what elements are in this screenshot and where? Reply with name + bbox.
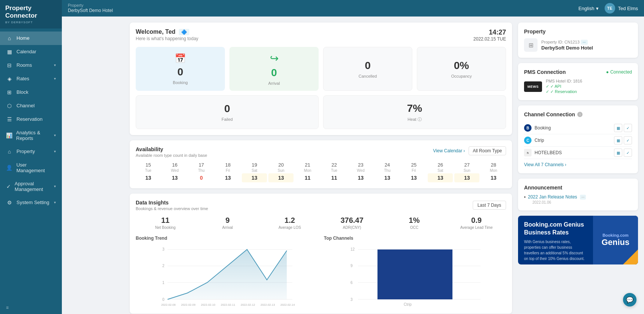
date-availability: 11 bbox=[322, 173, 347, 182]
metric-label: Net Booking bbox=[136, 225, 195, 230]
room-type-filter[interactable]: All Room Type bbox=[469, 146, 506, 155]
date-availability: 13 bbox=[454, 173, 479, 182]
property-panel-title: Property bbox=[524, 29, 632, 35]
date-column: 24Thu13 bbox=[375, 162, 400, 182]
date-column: 28Mon13 bbox=[481, 162, 506, 182]
sidebar-item-analytics[interactable]: 📊 Analytics & Reports ▾ bbox=[0, 126, 62, 145]
metric-value: 9 bbox=[198, 216, 257, 225]
svg-text:3: 3 bbox=[162, 247, 165, 251]
availability-subtitle: Available room type count in daily base bbox=[136, 153, 207, 158]
user-name: Ted Elms bbox=[618, 6, 638, 11]
sidebar-item-approval[interactable]: ✓ Approval Management ▾ bbox=[0, 177, 62, 196]
breadcrumb: Property DerbySoft Demo Hotel bbox=[68, 3, 113, 14]
insights-subtitle: Bookings & revenue overview over time bbox=[136, 206, 208, 211]
stats-row2: 0 Failed 7% Heat ⓘ bbox=[136, 95, 506, 129]
date-column: 22Tue11 bbox=[322, 162, 347, 182]
chat-button[interactable]: 💬 bbox=[623, 293, 637, 306]
calendar-icon: ▦ bbox=[6, 49, 13, 55]
sidebar-item-home[interactable]: ⌂ Home bbox=[0, 32, 62, 45]
property-icon: ⊞ bbox=[524, 38, 538, 52]
view-all-channels-link[interactable]: View All 7 Channels › bbox=[524, 162, 632, 167]
sidebar-item-rates[interactable]: ◈ Rates ▾ bbox=[0, 72, 62, 86]
sidebar-collapse-button[interactable]: ≡ bbox=[0, 301, 62, 314]
welcome-header: Welcome, Ted 🔷 Here is what's happening … bbox=[136, 29, 506, 42]
announcement-item: • 2022 Jan Release Notes ··· 2022.01.06 bbox=[524, 194, 632, 204]
sidebar-item-system[interactable]: ⚙ System Setting ▾ bbox=[0, 196, 62, 209]
svg-text:1: 1 bbox=[162, 281, 165, 285]
info-icon[interactable]: i bbox=[577, 112, 583, 117]
booking-value: 0 bbox=[177, 66, 183, 78]
channel-settings-button[interactable]: ✓ bbox=[624, 149, 632, 157]
welcome-badge: 🔷 bbox=[179, 29, 189, 35]
sidebar-item-block[interactable]: ⊞ Block bbox=[0, 86, 62, 99]
current-date: 2022.02.15 TUE bbox=[473, 36, 506, 42]
pms-hotel-id: PMS Hotel ID: 1816 bbox=[546, 79, 582, 83]
channel-ctrip-name: Ctrip bbox=[535, 138, 611, 143]
date-availability: 13 bbox=[428, 173, 453, 182]
sidebar-item-rooms[interactable]: ⊟ Rooms ▾ bbox=[0, 59, 62, 72]
arrival-value: 0 bbox=[271, 67, 277, 79]
svg-text:2022-02-10: 2022-02-10 bbox=[201, 303, 215, 306]
chevron-down-icon: ▾ bbox=[54, 149, 56, 153]
metric-item: 0.9Average Lead Time bbox=[447, 216, 506, 230]
sidebar: Property Connector BY DERBYSOFT ⌂ Home ▦… bbox=[0, 0, 62, 314]
sidebar-item-calendar[interactable]: ▦ Calendar bbox=[0, 45, 62, 59]
pms-api-link[interactable]: ✓ API bbox=[546, 84, 582, 89]
chevron-down-icon: ▾ bbox=[54, 200, 56, 204]
date-column: 25Fri13 bbox=[401, 162, 427, 182]
date-number: 19 bbox=[252, 162, 257, 168]
booking-label: Booking bbox=[173, 80, 188, 85]
date-availability: 13 bbox=[401, 173, 427, 182]
sidebar-item-property[interactable]: ⌂ Property ▾ bbox=[0, 145, 62, 158]
pms-info: MEWS PMS Hotel ID: 1816 ✓ API ✓ Reservat… bbox=[524, 79, 632, 94]
svg-text:2022-02-14: 2022-02-14 bbox=[280, 303, 295, 306]
date-number: 18 bbox=[225, 162, 231, 168]
date-number: 26 bbox=[438, 162, 443, 168]
genius-brand: Booking.com bbox=[602, 233, 629, 237]
date-availability: 13 bbox=[242, 173, 267, 182]
channel-settings-button[interactable]: ✓ bbox=[624, 136, 632, 144]
channel-rate-button[interactable]: ▦ bbox=[614, 136, 622, 144]
pms-header: PMS Connection ● Connected bbox=[524, 69, 632, 75]
channel-booking-name: Booking bbox=[535, 125, 611, 131]
pms-reservation-link[interactable]: ✓ Reservation bbox=[546, 89, 582, 94]
channel-rate-button[interactable]: ▦ bbox=[614, 124, 622, 132]
date-number: 17 bbox=[199, 162, 204, 168]
date-day: Tue bbox=[331, 168, 337, 173]
booking-trend-svg: 3 2 1 0 bbox=[136, 244, 318, 308]
availability-title-group: Availability Available room type count i… bbox=[136, 146, 207, 158]
metric-value: 1.2 bbox=[260, 216, 319, 225]
property-name: DerbySoft Demo Hotel bbox=[541, 45, 593, 51]
chevron-down-icon: ▾ bbox=[54, 133, 56, 137]
date-day: Fri bbox=[226, 168, 230, 173]
date-column: 17Thu0 bbox=[189, 162, 214, 182]
view-calendar-button[interactable]: View Calendar › bbox=[433, 148, 465, 153]
channel-rate-button[interactable]: ▦ bbox=[614, 149, 622, 157]
date-column: 19Sat13 bbox=[242, 162, 267, 182]
channel-settings-button[interactable]: ✓ bbox=[624, 124, 632, 132]
period-selector[interactable]: Last 7 Days bbox=[473, 201, 506, 210]
genius-banner[interactable]: Booking.com Genius Business Rates With G… bbox=[518, 216, 638, 264]
breadcrumb-top: Property bbox=[68, 3, 113, 8]
date-number: 21 bbox=[305, 162, 310, 168]
language-selector[interactable]: English ▾ bbox=[578, 6, 599, 11]
cancelled-label: Cancelled bbox=[359, 74, 377, 78]
metric-label: ADR(CNY) bbox=[322, 225, 382, 230]
metric-label: Average LOS bbox=[260, 225, 319, 230]
date-day: Sat bbox=[437, 168, 443, 173]
sidebar-item-reservation[interactable]: ☰ Reservation bbox=[0, 113, 62, 126]
sidebar-item-channel[interactable]: ⬡ Channel bbox=[0, 99, 62, 113]
announcement-link[interactable]: 2022 Jan Release Notes ··· bbox=[528, 194, 586, 200]
welcome-subtitle: Here is what's happening today bbox=[136, 36, 198, 41]
date-availability: 0 bbox=[189, 173, 214, 182]
channel-connection-title: Channel Connection bbox=[524, 111, 575, 117]
user-menu[interactable]: TE Ted Elms bbox=[605, 3, 638, 14]
date-day: Fri bbox=[412, 168, 416, 173]
availability-title: Availability bbox=[136, 146, 207, 152]
sidebar-item-user-management[interactable]: 👤 User Management bbox=[0, 158, 62, 177]
date-day: Thu bbox=[198, 168, 205, 173]
metric-value: 11 bbox=[136, 216, 195, 225]
genius-word: Genius bbox=[602, 237, 630, 247]
metrics-row: 11Net Booking9Arrival1.2Average LOS376.4… bbox=[136, 216, 506, 230]
announcement-date: 2022.01.06 bbox=[532, 200, 586, 204]
